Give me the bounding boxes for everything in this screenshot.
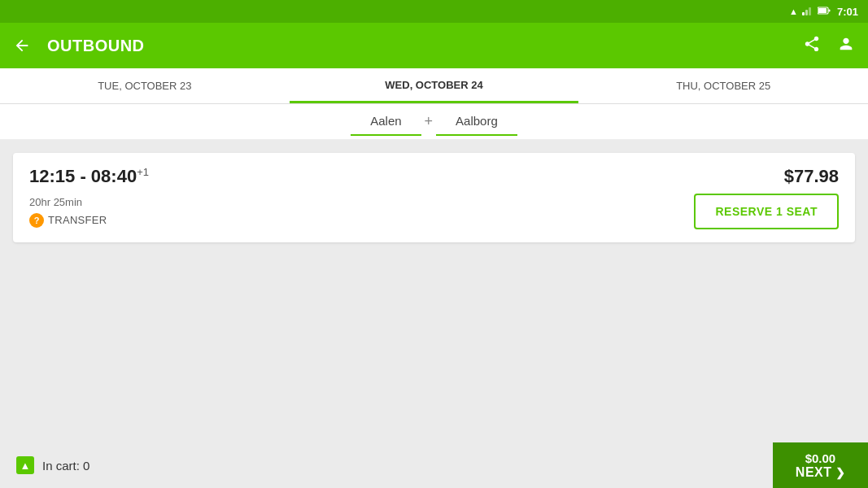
top-actions [803,35,855,56]
back-button[interactable] [13,37,31,54]
trip-duration: 20hr 25min [29,196,107,208]
results-area: 12:15 - 08:40+1 $77.98 20hr 25min ? TRAN… [0,140,868,442]
destination-tab[interactable]: Aalborg [436,107,517,136]
chevron-right-icon: ❯ [835,466,846,479]
svg-rect-1 [805,10,808,15]
wifi-icon: ▲ [789,7,798,16]
status-icons: ▲ [789,6,831,17]
svg-rect-4 [818,8,827,13]
time-dash: - [80,166,90,186]
battery-icon [818,7,831,16]
reserve-button[interactable]: RESERVE 1 SEAT [694,194,839,229]
svg-rect-5 [828,10,830,12]
route-tabs: Aalen + Aalborg [0,104,868,140]
route-separator: + [425,113,434,130]
plus-day: +1 [137,166,149,178]
status-time: 7:01 [837,6,858,18]
status-bar: ▲ 7:01 [0,0,868,23]
ticket-price: $77.98 [784,166,839,187]
next-button[interactable]: $0.00 NEXT ❯ [773,442,868,488]
date-navigation: TUE, OCTOBER 23 WED, OCTOBER 24 THU, OCT… [0,68,868,104]
top-bar: OUTBOUND [0,23,868,68]
depart-time: 12:15 [29,166,75,186]
date-current[interactable]: WED, OCTOBER 24 [290,68,579,103]
transfer-icon: ? [29,213,44,228]
cart-text: In cart: 0 [42,459,89,473]
card-header: 12:15 - 08:40+1 $77.98 [29,166,839,187]
result-card: 12:15 - 08:40+1 $77.98 20hr 25min ? TRAN… [13,153,855,242]
page-title: OUTBOUND [47,37,787,55]
cart-expand-button[interactable]: ▲ [16,456,34,474]
share-button[interactable] [803,35,821,56]
arrive-time: 08:40 [91,166,137,186]
date-prev[interactable]: TUE, OCTOBER 23 [0,68,290,103]
transfer-badge: ? TRANSFER [29,213,107,228]
bottom-bar: ▲ In cart: 0 $0.00 NEXT ❯ [0,442,868,488]
date-next[interactable]: THU, OCTOBER 25 [578,68,868,103]
svg-rect-2 [809,7,811,15]
origin-tab[interactable]: Aalen [351,107,421,136]
svg-rect-0 [802,12,805,15]
time-range: 12:15 - 08:40+1 [29,166,149,187]
card-left-info: 20hr 25min ? TRANSFER [29,196,107,228]
next-label: NEXT ❯ [796,465,845,480]
signal-icon [802,6,813,17]
cart-info: ▲ In cart: 0 [0,456,773,474]
next-price: $0.00 [805,451,836,465]
card-subrow: 20hr 25min ? TRANSFER RESERVE 1 SEAT [29,194,839,229]
transfer-label: TRANSFER [48,214,107,226]
chevron-up-icon: ▲ [20,460,31,472]
profile-button[interactable] [837,35,855,56]
